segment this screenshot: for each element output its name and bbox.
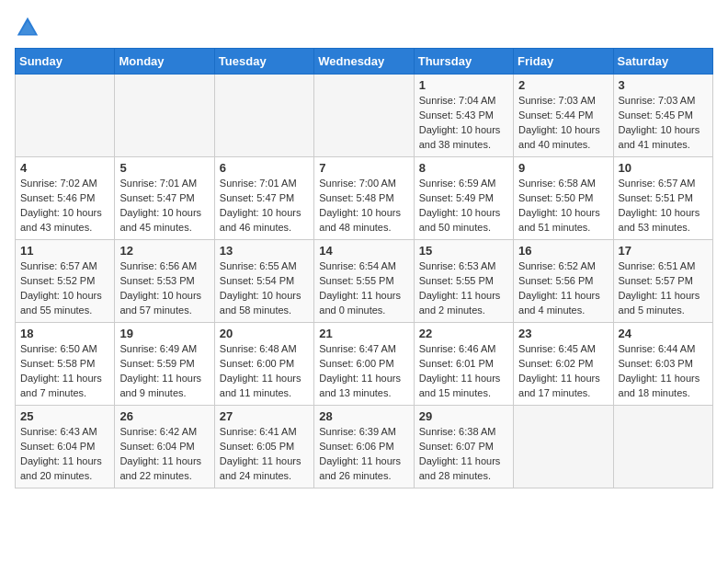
day-number: 23 <box>518 327 608 340</box>
calendar-cell <box>115 75 214 157</box>
day-info: Sunrise: 6:42 AM Sunset: 6:04 PM Dayligh… <box>119 425 209 484</box>
weekday-header-saturday: Saturday <box>613 49 712 75</box>
calendar-body: 1Sunrise: 7:04 AM Sunset: 5:43 PM Daylig… <box>16 75 713 488</box>
day-info: Sunrise: 6:55 AM Sunset: 5:54 PM Dayligh… <box>220 259 309 318</box>
logo-icon <box>15 15 40 40</box>
day-number: 14 <box>319 244 408 258</box>
day-number: 17 <box>619 244 708 258</box>
calendar-cell: 13Sunrise: 6:55 AM Sunset: 5:54 PM Dayli… <box>214 240 313 323</box>
calendar-cell: 20Sunrise: 6:48 AM Sunset: 6:00 PM Dayli… <box>214 323 313 406</box>
calendar-cell: 15Sunrise: 6:53 AM Sunset: 5:55 PM Dayli… <box>414 240 513 323</box>
day-info: Sunrise: 6:38 AM Sunset: 6:07 PM Dayligh… <box>419 425 508 484</box>
calendar-cell: 17Sunrise: 6:51 AM Sunset: 5:57 PM Dayli… <box>613 240 712 323</box>
day-info: Sunrise: 6:56 AM Sunset: 5:53 PM Dayligh… <box>119 259 209 318</box>
weekday-header-row: SundayMondayTuesdayWednesdayThursdayFrid… <box>16 49 713 75</box>
calendar-cell: 23Sunrise: 6:45 AM Sunset: 6:02 PM Dayli… <box>514 323 613 406</box>
day-info: Sunrise: 6:44 AM Sunset: 6:03 PM Dayligh… <box>619 342 708 401</box>
day-number: 2 <box>518 78 608 92</box>
day-number: 12 <box>119 244 209 258</box>
weekday-header-sunday: Sunday <box>16 49 115 75</box>
calendar-cell: 11Sunrise: 6:57 AM Sunset: 5:52 PM Dayli… <box>16 240 115 323</box>
day-number: 24 <box>619 327 708 340</box>
calendar-cell: 12Sunrise: 6:56 AM Sunset: 5:53 PM Dayli… <box>115 240 214 323</box>
day-number: 11 <box>20 244 109 258</box>
day-info: Sunrise: 6:46 AM Sunset: 6:01 PM Dayligh… <box>419 342 508 401</box>
day-number: 7 <box>319 161 408 175</box>
calendar-cell: 25Sunrise: 6:43 AM Sunset: 6:04 PM Dayli… <box>16 406 115 488</box>
day-number: 18 <box>20 327 109 340</box>
calendar-cell: 6Sunrise: 7:01 AM Sunset: 5:47 PM Daylig… <box>214 157 313 240</box>
day-info: Sunrise: 6:49 AM Sunset: 5:59 PM Dayligh… <box>119 342 209 401</box>
day-number: 4 <box>20 161 109 175</box>
calendar-cell: 29Sunrise: 6:38 AM Sunset: 6:07 PM Dayli… <box>414 406 513 488</box>
weekday-header-wednesday: Wednesday <box>314 49 414 75</box>
day-number: 29 <box>419 409 508 423</box>
day-number: 8 <box>419 161 508 175</box>
calendar-cell: 27Sunrise: 6:41 AM Sunset: 6:05 PM Dayli… <box>214 406 313 488</box>
day-info: Sunrise: 7:02 AM Sunset: 5:46 PM Dayligh… <box>20 177 109 236</box>
calendar-cell: 14Sunrise: 6:54 AM Sunset: 5:55 PM Dayli… <box>314 240 414 323</box>
page-header <box>15 15 713 40</box>
day-info: Sunrise: 6:41 AM Sunset: 6:05 PM Dayligh… <box>220 425 309 484</box>
calendar-cell: 10Sunrise: 6:57 AM Sunset: 5:51 PM Dayli… <box>613 157 712 240</box>
calendar-cell: 5Sunrise: 7:01 AM Sunset: 5:47 PM Daylig… <box>115 157 214 240</box>
calendar-week-row: 25Sunrise: 6:43 AM Sunset: 6:04 PM Dayli… <box>16 406 713 488</box>
day-number: 3 <box>619 78 708 92</box>
day-info: Sunrise: 6:59 AM Sunset: 5:49 PM Dayligh… <box>419 177 508 236</box>
day-number: 9 <box>518 161 608 175</box>
calendar-header: SundayMondayTuesdayWednesdayThursdayFrid… <box>16 49 713 75</box>
calendar-cell: 1Sunrise: 7:04 AM Sunset: 5:43 PM Daylig… <box>414 75 513 157</box>
calendar-week-row: 18Sunrise: 6:50 AM Sunset: 5:58 PM Dayli… <box>16 323 713 406</box>
day-number: 10 <box>619 161 708 175</box>
day-number: 25 <box>20 409 109 423</box>
calendar-cell <box>613 406 712 488</box>
calendar-cell: 21Sunrise: 6:47 AM Sunset: 6:00 PM Dayli… <box>314 323 414 406</box>
calendar-cell: 7Sunrise: 7:00 AM Sunset: 5:48 PM Daylig… <box>314 157 414 240</box>
day-info: Sunrise: 7:01 AM Sunset: 5:47 PM Dayligh… <box>220 177 309 236</box>
day-info: Sunrise: 6:48 AM Sunset: 6:00 PM Dayligh… <box>220 342 309 401</box>
day-number: 1 <box>419 78 508 92</box>
calendar-cell <box>214 75 313 157</box>
calendar-cell: 4Sunrise: 7:02 AM Sunset: 5:46 PM Daylig… <box>16 157 115 240</box>
calendar-cell: 8Sunrise: 6:59 AM Sunset: 5:49 PM Daylig… <box>414 157 513 240</box>
day-info: Sunrise: 7:00 AM Sunset: 5:48 PM Dayligh… <box>319 177 408 236</box>
calendar-cell: 22Sunrise: 6:46 AM Sunset: 6:01 PM Dayli… <box>414 323 513 406</box>
calendar-cell: 3Sunrise: 7:03 AM Sunset: 5:45 PM Daylig… <box>613 75 712 157</box>
calendar-cell: 18Sunrise: 6:50 AM Sunset: 5:58 PM Dayli… <box>16 323 115 406</box>
day-info: Sunrise: 6:51 AM Sunset: 5:57 PM Dayligh… <box>619 259 708 318</box>
day-number: 15 <box>419 244 508 258</box>
day-number: 16 <box>518 244 608 258</box>
weekday-header-thursday: Thursday <box>414 49 513 75</box>
calendar-table: SundayMondayTuesdayWednesdayThursdayFrid… <box>15 48 713 488</box>
day-info: Sunrise: 6:57 AM Sunset: 5:52 PM Dayligh… <box>20 259 109 318</box>
day-info: Sunrise: 6:54 AM Sunset: 5:55 PM Dayligh… <box>319 259 408 318</box>
day-number: 22 <box>419 327 508 340</box>
weekday-header-monday: Monday <box>115 49 214 75</box>
weekday-header-tuesday: Tuesday <box>214 49 313 75</box>
calendar-week-row: 11Sunrise: 6:57 AM Sunset: 5:52 PM Dayli… <box>16 240 713 323</box>
day-info: Sunrise: 6:43 AM Sunset: 6:04 PM Dayligh… <box>20 425 109 484</box>
calendar-cell: 19Sunrise: 6:49 AM Sunset: 5:59 PM Dayli… <box>115 323 214 406</box>
logo <box>15 15 44 40</box>
calendar-cell <box>514 406 613 488</box>
day-info: Sunrise: 6:47 AM Sunset: 6:00 PM Dayligh… <box>319 342 408 401</box>
day-info: Sunrise: 6:39 AM Sunset: 6:06 PM Dayligh… <box>319 425 408 484</box>
day-number: 13 <box>220 244 309 258</box>
calendar-cell <box>314 75 414 157</box>
day-info: Sunrise: 7:03 AM Sunset: 5:45 PM Dayligh… <box>619 94 708 153</box>
day-number: 27 <box>220 409 309 423</box>
day-info: Sunrise: 6:58 AM Sunset: 5:50 PM Dayligh… <box>518 177 608 236</box>
day-info: Sunrise: 6:57 AM Sunset: 5:51 PM Dayligh… <box>619 177 708 236</box>
calendar-cell: 24Sunrise: 6:44 AM Sunset: 6:03 PM Dayli… <box>613 323 712 406</box>
day-number: 20 <box>220 327 309 340</box>
calendar-cell: 28Sunrise: 6:39 AM Sunset: 6:06 PM Dayli… <box>314 406 414 488</box>
day-number: 19 <box>119 327 209 340</box>
calendar-cell <box>16 75 115 157</box>
day-number: 28 <box>319 409 408 423</box>
day-info: Sunrise: 7:04 AM Sunset: 5:43 PM Dayligh… <box>419 94 508 153</box>
calendar-week-row: 1Sunrise: 7:04 AM Sunset: 5:43 PM Daylig… <box>16 75 713 157</box>
day-number: 26 <box>119 409 209 423</box>
day-number: 6 <box>220 161 309 175</box>
day-info: Sunrise: 6:45 AM Sunset: 6:02 PM Dayligh… <box>518 342 608 401</box>
weekday-header-friday: Friday <box>514 49 613 75</box>
